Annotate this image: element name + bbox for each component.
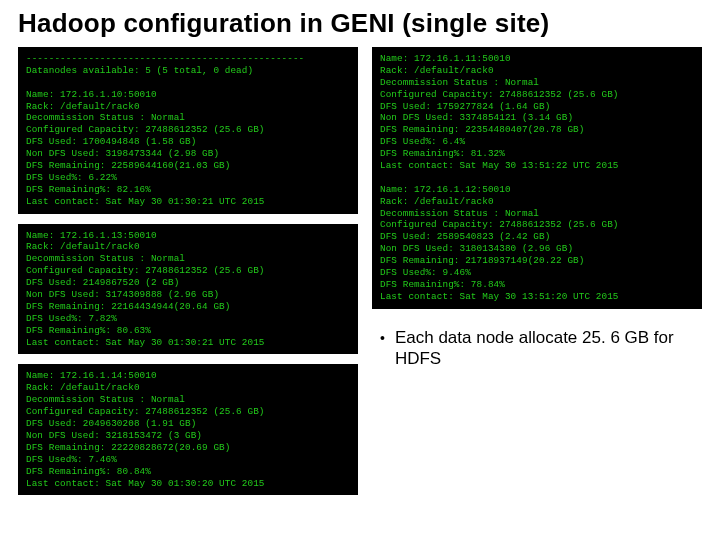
right-column: Name: 172.16.1.11:50010 Rack: /default/r… — [372, 47, 702, 495]
terminal-panel-left-1: ----------------------------------------… — [18, 47, 358, 214]
content-columns: ----------------------------------------… — [18, 47, 702, 495]
slide: Hadoop configuration in GENI (single sit… — [0, 0, 720, 540]
bullet-text: Each data node allocate 25. 6 GB for HDF… — [395, 327, 698, 371]
left-column: ----------------------------------------… — [18, 47, 358, 495]
terminal-panel-left-3: Name: 172.16.1.14:50010 Rack: /default/r… — [18, 364, 358, 495]
bullet-dot-icon: • — [380, 329, 385, 349]
terminal-panel-left-2: Name: 172.16.1.13:50010 Rack: /default/r… — [18, 224, 358, 355]
slide-title: Hadoop configuration in GENI (single sit… — [18, 8, 702, 39]
bullet-item: • Each data node allocate 25. 6 GB for H… — [372, 323, 702, 371]
terminal-panel-right: Name: 172.16.1.11:50010 Rack: /default/r… — [372, 47, 702, 309]
